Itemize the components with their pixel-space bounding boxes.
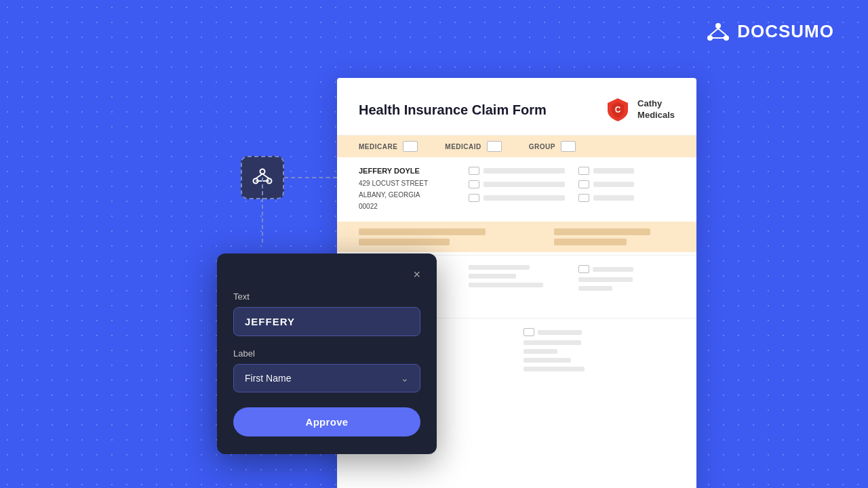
group-checkbox [561,141,576,152]
docsumo-logo-icon [706,19,730,43]
line-c1 [593,267,633,272]
highlight-line-4 [554,239,627,245]
svg-line-4 [718,28,726,35]
patient-address: 429 LOCUST STREET ALBANY, GEORGIA 00022 [359,178,455,212]
highlight-line-3 [554,228,651,235]
connector-horizontal [284,177,337,178]
line-c2 [578,277,633,282]
svg-point-0 [715,23,721,28]
label-select[interactable]: First Name ⌄ [233,364,420,392]
medicaid-label: MEDICAID [445,143,481,150]
field-row-5 [578,180,675,188]
patient-fields-col-2 [578,167,675,212]
field-checkbox-5 [578,180,589,188]
document-title: Health Insurance Claim Form [359,102,547,118]
line-b1 [469,265,530,270]
patient-info-col: JEFFERY DOYLE 429 LOCUST STREET ALBANY, … [359,167,455,212]
svg-text:C: C [615,105,621,115]
patient-section: JEFFERY DOYLE 429 LOCUST STREET ALBANY, … [337,157,696,222]
field-checkbox-2 [469,180,479,188]
field-checkbox-1 [469,167,479,175]
line-e4 [524,358,571,363]
line-e5 [524,367,585,371]
document-header: Health Insurance Claim Form C CathyMedic… [337,78,696,136]
line-b3 [469,283,543,287]
field-line-1 [484,168,565,174]
field-line-4 [593,168,634,174]
cb-e1 [524,328,534,336]
data-row-e1 [524,328,675,336]
group-item: GROUP [529,141,576,152]
highlight-line-2 [359,239,450,245]
medicare-label: MEDICARE [359,143,397,150]
modal-popup: × Text Label First Name ⌄ Approve [217,253,437,454]
content-col-2 [469,265,565,308]
patient-name: JEFFERY DOYLE [359,167,455,175]
highlight-row [337,222,696,252]
address-line1: 429 LOCUST STREET [359,178,455,189]
docsumo-logo-text: DOCSUMO [737,21,834,42]
address-line2: ALBANY, GEORGIA [359,189,455,201]
modal-header: × [233,268,420,281]
brand-name: CathyMedicals [637,98,675,121]
field-row-2 [469,180,565,188]
svg-line-11 [262,174,269,178]
line-c3 [578,286,612,291]
chevron-down-icon: ⌄ [401,373,409,384]
svg-point-7 [260,169,265,174]
label-select-value: First Name [245,373,291,384]
highlight-line-1 [359,228,486,235]
modal-close-button[interactable]: × [413,268,420,281]
text-input[interactable] [233,307,420,336]
group-label: GROUP [529,143,555,150]
field-row-6 [578,194,675,202]
approve-button[interactable]: Approve [233,407,420,436]
field-line-5 [593,182,634,187]
patient-fields-col [469,167,565,212]
brand-shield-icon: C [605,97,631,123]
header-logo: DOCSUMO [706,19,834,43]
field-row-3 [469,194,565,202]
line-e1 [538,330,582,335]
line-b2 [469,274,516,279]
medicare-item: MEDICARE [359,141,418,152]
data-row-c1 [578,265,675,273]
field-checkbox-3 [469,194,479,202]
text-field-label: Text [233,291,420,302]
content-col-3 [578,265,675,308]
field-line-6 [593,195,634,201]
medicaid-checkbox [487,141,502,152]
line-e3 [524,349,557,354]
insurance-type-row: MEDICARE MEDICAID GROUP [337,136,696,157]
address-zip: 00022 [359,201,455,212]
field-line-3 [484,195,565,201]
field-row-4 [578,167,675,175]
content-col-e1 [524,328,675,371]
field-checkbox-4 [578,167,589,175]
line-e2 [524,340,581,345]
medicare-checkbox [403,141,418,152]
medicaid-item: MEDICAID [445,141,501,152]
svg-line-3 [710,28,718,35]
cb-c1 [578,265,589,273]
field-line-2 [484,182,565,187]
field-checkbox-6 [578,194,589,202]
brand-area: C CathyMedicals [605,97,675,123]
label-field-label: Label [233,348,420,359]
connector-vertical [262,178,263,243]
field-row-1 [469,167,565,175]
